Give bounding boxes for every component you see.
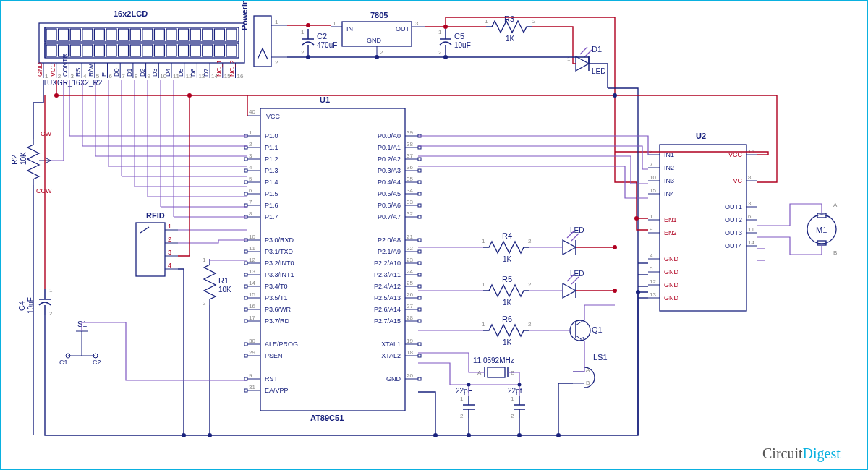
svg-rect-225 [418,204,421,207]
svg-text:4: 4 [650,252,653,259]
led3: LED [563,270,584,298]
mcu-right-pins: P0.0/A039P0.1/A138P0.2/A237P0.3/A336P0.4… [374,129,421,383]
svg-text:1: 1 [460,396,464,402]
svg-text:P2.0/A8: P2.0/A8 [378,236,401,244]
powerin-connector: PowerIn 1 2 [240,1,287,67]
svg-rect-3 [46,29,56,40]
svg-text:IN4: IN4 [664,190,674,197]
svg-text:P3.3/INT1: P3.3/INT1 [265,271,294,278]
s1-c2: C2 [93,359,101,366]
svg-text:P3.6/WR: P3.6/WR [265,306,292,313]
c2-ref: C2 [317,32,327,40]
r4: R4 1K 12 [482,231,532,263]
svg-point-403 [613,245,617,249]
svg-point-115 [306,55,310,59]
svg-text:2: 2 [528,281,532,288]
svg-text:EN2: EN2 [664,229,677,236]
svg-rect-7 [94,29,104,40]
svg-text:28: 28 [407,315,413,321]
svg-text:23: 23 [407,257,413,263]
svg-text:11: 11 [249,245,255,252]
svg-text:A: A [833,202,838,208]
mcu-ref: U1 [320,95,330,104]
svg-rect-261 [418,320,421,322]
r2-val: 10K [20,152,27,165]
svg-text:P0.0/A0: P0.0/A0 [378,132,401,140]
svg-text:P2.4/A12: P2.4/A12 [374,283,401,290]
svg-rect-177 [244,308,247,311]
svg-line-111 [584,50,592,57]
svg-text:P1.4: P1.4 [265,179,278,186]
svg-text:NC_2: NC_2 [229,60,236,77]
svg-text:12: 12 [249,257,255,263]
svg-text:EN1: EN1 [664,216,677,223]
svg-rect-181 [244,320,247,322]
svg-rect-298 [488,367,505,377]
c7-val: 22pf [508,387,522,395]
svg-rect-141 [244,192,247,195]
xtal-val: 11.0592MHz [473,356,514,364]
svg-rect-189 [244,354,247,357]
svg-text:18: 18 [407,349,413,356]
svg-text:2: 2 [203,300,206,307]
svg-text:1: 1 [482,238,485,244]
svg-point-400 [517,433,522,437]
ls1-ref: LS1 [593,353,608,362]
svg-rect-6 [82,29,93,40]
svg-text:9: 9 [650,226,653,233]
svg-rect-11 [142,29,153,40]
svg-text:1: 1 [249,129,252,136]
svg-text:ALE/PROG: ALE/PROG [265,341,298,348]
svg-text:2: 2 [528,321,532,328]
svg-text:1: 1 [485,18,488,25]
cap-22pf-a: 22pF 12 [456,387,475,419]
svg-text:P0.7/A7: P0.7/A7 [378,213,401,221]
svg-text:16: 16 [237,73,244,80]
reg-name: 7805 [370,11,388,20]
mcu-vccnum: 40 [249,108,255,115]
svg-text:7: 7 [650,161,653,168]
svg-text:25: 25 [407,280,413,286]
svg-text:P2.6/A14: P2.6/A14 [374,306,401,313]
schematic-svg: 16x2LCD 1GND2VCC3CONTR4RS5R/W6E7D08D19D2… [1,1,867,469]
svg-text:P3.5/T1: P3.5/T1 [265,294,288,302]
svg-text:B: B [586,380,590,386]
svg-rect-145 [244,204,247,207]
svg-text:4: 4 [168,262,171,269]
r1-val: 10K [218,286,231,294]
svg-marker-325 [563,283,576,298]
s1-c1: C1 [59,359,68,366]
svg-rect-245 [418,273,421,276]
crystal: 11.0592MHz A B [473,356,514,377]
rfid-connector: RFID 1 2 3 4 [136,211,178,276]
svg-text:D3: D3 [151,68,158,77]
r4-ref: R4 [502,231,512,240]
svg-text:26: 26 [407,291,413,298]
svg-rect-27 [142,45,153,56]
svg-text:13: 13 [249,268,255,275]
svg-text:30: 30 [249,338,255,344]
svg-text:OUT2: OUT2 [725,216,742,223]
svg-point-113 [306,23,310,27]
svg-rect-10 [130,29,140,40]
svg-text:21: 21 [407,234,413,240]
svg-rect-19 [46,45,56,56]
svg-text:XTAL1: XTAL1 [381,341,401,348]
svg-text:VCC: VCC [49,62,56,77]
svg-rect-8 [106,29,116,40]
svg-text:P2.7/A15: P2.7/A15 [374,317,401,325]
svg-text:GND: GND [36,62,43,77]
svg-text:9: 9 [148,73,151,80]
svg-point-402 [636,290,640,294]
svg-rect-229 [418,215,421,218]
svg-rect-257 [418,308,421,311]
svg-text:1: 1 [438,29,442,35]
svg-text:29: 29 [249,349,255,356]
s1-ref: S1 [77,320,87,328]
svg-rect-28 [154,45,164,56]
svg-text:3: 3 [249,153,252,159]
m1-ref: M1 [816,226,827,234]
svg-text:GND: GND [664,294,679,302]
r1-ref: R1 [218,276,229,285]
svg-text:XTAL2: XTAL2 [381,352,401,359]
